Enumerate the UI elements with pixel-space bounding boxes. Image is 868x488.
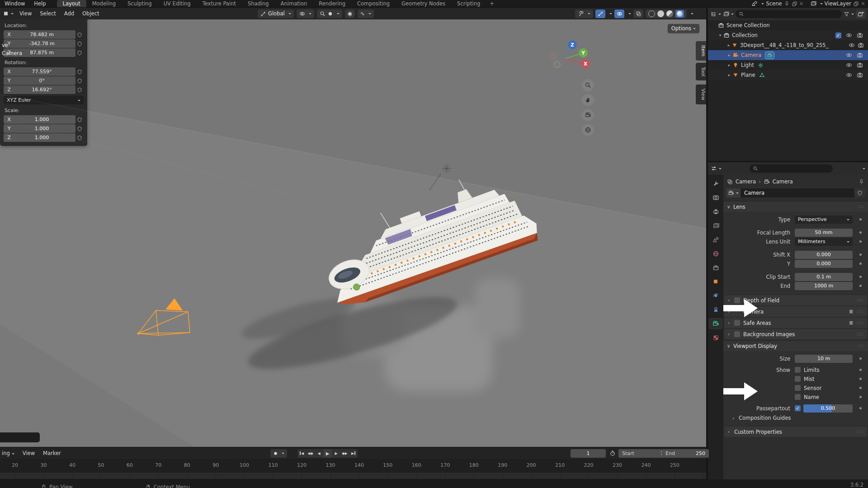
- drag-handle-icon[interactable]: ∷∷: [857, 332, 863, 337]
- clip-end-field[interactable]: 1000 m: [795, 282, 853, 290]
- shift-y-field[interactable]: 0.000: [795, 260, 853, 268]
- visibility-dropdown[interactable]: [575, 9, 593, 18]
- animate-dot[interactable]: [859, 378, 862, 380]
- workspace-tab[interactable]: Compositing: [351, 0, 396, 7]
- workspace-tab[interactable]: Layout: [57, 0, 86, 7]
- properties-search-input[interactable]: [750, 164, 833, 173]
- lens-panel-header[interactable]: ∨Lens ∷∷: [723, 202, 868, 212]
- outliner-search-input[interactable]: [736, 10, 842, 18]
- xray-toggle[interactable]: [633, 9, 643, 18]
- npanel-tab[interactable]: View: [696, 84, 706, 104]
- timeline-ruler[interactable]: 2030405060708090100110120130140150160170…: [0, 459, 706, 473]
- zoom-button[interactable]: [582, 79, 594, 91]
- tab-world[interactable]: [709, 249, 722, 258]
- outliner-row[interactable]: Scene Collection ✓: [708, 20, 868, 30]
- previous-keyframe-button[interactable]: ◀◆: [306, 449, 315, 458]
- custom-properties-header[interactable]: ›Custom Properties ∷∷: [724, 427, 867, 437]
- tab-constraints[interactable]: [709, 305, 722, 314]
- animate-dot[interactable]: [859, 253, 862, 256]
- disclosure-icon[interactable]: ▸: [726, 73, 732, 77]
- frame-end-field[interactable]: End250: [662, 449, 709, 458]
- workspace-tab[interactable]: Rendering: [313, 0, 351, 7]
- hide-viewport-eye-icon[interactable]: [844, 52, 854, 58]
- passepartout-slider[interactable]: 0.500: [803, 404, 853, 413]
- outliner-item-label[interactable]: Collection: [732, 32, 758, 38]
- animate-dot[interactable]: [859, 369, 862, 371]
- viewlayer-name[interactable]: ViewLayer: [825, 0, 851, 7]
- animate-dot[interactable]: [859, 218, 862, 221]
- options-button[interactable]: Options: [668, 24, 699, 33]
- focal-length-field[interactable]: 50 mm: [795, 229, 853, 237]
- new-scene-icon[interactable]: [792, 1, 797, 7]
- pivot-point-dropdown[interactable]: [297, 9, 314, 18]
- frame-start-field[interactable]: Start1: [618, 449, 667, 458]
- disclosure-icon[interactable]: ▸: [726, 43, 731, 47]
- extras-list-icon[interactable]: ≣: [849, 320, 853, 326]
- tab-texture[interactable]: [709, 333, 722, 343]
- shading-rendered[interactable]: [675, 10, 684, 18]
- workspace-tab[interactable]: Modeling: [86, 0, 122, 7]
- tab-render[interactable]: [709, 192, 722, 202]
- outliner-item-label[interactable]: Camera: [741, 52, 761, 58]
- workspace-tab[interactable]: Geometry Nodes: [396, 0, 451, 7]
- timeline-track[interactable]: [0, 473, 706, 479]
- animate-dot[interactable]: [859, 285, 862, 287]
- section-header[interactable]: › Background Images ≣ ∷∷: [724, 329, 867, 339]
- npanel-tab[interactable]: Item: [696, 41, 706, 61]
- shift-x-field[interactable]: 0.000: [795, 251, 853, 259]
- tab-output[interactable]: [709, 206, 722, 216]
- camera-name-field[interactable]: Camera: [741, 188, 854, 197]
- viewport-menu[interactable]: Select: [36, 10, 60, 17]
- remove-viewlayer-icon[interactable]: ×: [861, 0, 865, 7]
- editor-type-selector[interactable]: [0, 10, 15, 17]
- outliner-row[interactable]: ▾ Collection ✓: [708, 30, 868, 40]
- new-viewlayer-icon[interactable]: [853, 1, 859, 7]
- disable-render-camera-icon[interactable]: [854, 62, 865, 68]
- animate-dot[interactable]: [859, 276, 862, 278]
- orthographic-button[interactable]: [582, 124, 594, 136]
- checkbox[interactable]: [795, 385, 801, 391]
- transform-orientation-dropdown[interactable]: Global: [258, 9, 294, 18]
- outliner-item-label[interactable]: 3Dexport__48_4_-118_to_90_255_: [740, 42, 829, 48]
- lens-unit-dropdown[interactable]: Millimeters: [795, 238, 853, 246]
- breadcrumb-data[interactable]: Camera: [773, 178, 793, 185]
- use-preview-range-icon[interactable]: [609, 450, 616, 456]
- drag-handle-icon[interactable]: ∷∷: [858, 204, 864, 209]
- 3d-viewport[interactable]: Z Y X ViewSelectAddObject Global: [0, 8, 706, 447]
- filter-id-dropdown[interactable]: [723, 11, 734, 17]
- workspace-tab[interactable]: UV Editing: [158, 0, 197, 7]
- tab-view-layer[interactable]: [709, 221, 722, 230]
- gizmos-dropdown[interactable]: [609, 13, 612, 16]
- outliner-item-label[interactable]: Plane: [741, 72, 755, 78]
- hide-viewport-eye-icon[interactable]: [844, 72, 854, 78]
- extras-list-icon[interactable]: ≣: [849, 309, 853, 314]
- scene-name[interactable]: Scene: [766, 0, 782, 7]
- scene-selector[interactable]: Scene: [751, 0, 782, 7]
- gizmos-toggle[interactable]: [595, 9, 605, 18]
- checkbox[interactable]: [795, 367, 801, 373]
- section-checkbox[interactable]: [734, 320, 740, 326]
- auto-keying-button[interactable]: [270, 449, 287, 458]
- outliner-item-label[interactable]: Scene Collection: [726, 22, 770, 28]
- snap-dropdown[interactable]: [317, 9, 342, 18]
- shading-material[interactable]: [666, 10, 673, 17]
- hide-viewport-eye-icon[interactable]: [844, 32, 854, 38]
- proportional-editing-toggle[interactable]: ◉: [345, 9, 355, 18]
- new-collection-button[interactable]: [856, 10, 866, 19]
- viewport-display-header[interactable]: ∨Viewport Display ∷∷: [723, 341, 868, 351]
- filter-dropdown[interactable]: [844, 11, 854, 17]
- tab-collection[interactable]: [709, 263, 722, 272]
- tab-object-data[interactable]: [709, 319, 722, 328]
- timeline-menu[interactable]: Marker: [39, 450, 65, 456]
- workspace-tab[interactable]: Sculpting: [122, 0, 158, 7]
- pin-icon[interactable]: [784, 1, 790, 7]
- disable-render-camera-icon[interactable]: [854, 32, 865, 38]
- section-header[interactable]: › Safe Areas ≣ ∷∷: [724, 318, 867, 328]
- shading-solid[interactable]: [657, 10, 664, 17]
- fake-user-shield-icon[interactable]: [854, 188, 865, 197]
- collection-checkbox[interactable]: ✓: [833, 33, 844, 38]
- animate-dot[interactable]: [859, 240, 862, 243]
- animate-dot[interactable]: [859, 387, 862, 389]
- play-reverse-button[interactable]: ◀: [315, 449, 323, 458]
- unlink-scene-icon[interactable]: ×: [799, 0, 804, 7]
